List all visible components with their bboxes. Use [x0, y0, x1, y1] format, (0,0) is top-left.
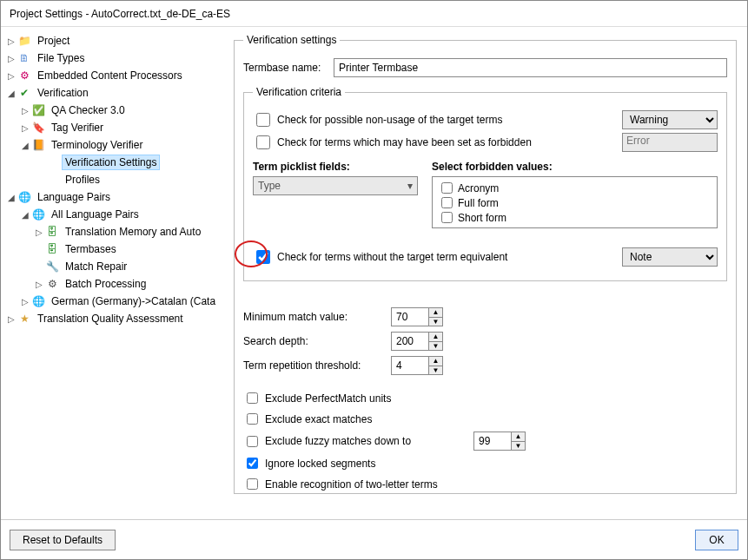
globe-icon: 🌐	[31, 208, 45, 221]
checkbox[interactable]	[441, 182, 453, 194]
two-letter-row: Enable recognition of two-letter terms	[243, 476, 727, 492]
arrow-up-icon[interactable]: ▲	[428, 333, 442, 342]
two-letter-checkbox[interactable]	[247, 478, 258, 490]
exclude-perfect-row: Exclude PerfectMatch units	[243, 390, 727, 406]
tree-item-match-repair[interactable]: 🔧 Match Repair	[6, 258, 228, 275]
check-forbidden-checkbox[interactable]	[256, 135, 270, 149]
spinner-arrows[interactable]: ▲▼	[428, 308, 442, 326]
search-depth-spinner[interactable]: 200 ▲▼	[391, 332, 443, 351]
tree-item-profiles[interactable]: Profiles	[6, 171, 228, 188]
collapse-icon[interactable]: ◢	[6, 89, 17, 98]
expand-icon[interactable]: ▷	[34, 280, 44, 289]
check-nonusage-checkbox[interactable]	[256, 113, 270, 127]
arrow-down-icon[interactable]: ▼	[428, 366, 442, 375]
exclude-fuzzy-checkbox[interactable]	[247, 436, 258, 447]
tree-item-tqa[interactable]: ▷ ★ Translation Quality Assessment	[6, 310, 228, 327]
settings-panel: Verification settings Termbase name: Ver…	[228, 27, 747, 519]
arrow-up-icon[interactable]: ▲	[428, 308, 442, 318]
tree-item-termbases[interactable]: 🗄 Termbases	[6, 240, 228, 258]
spinner-value: 200	[396, 335, 414, 347]
severity-no-target-select[interactable]: Note	[622, 247, 718, 267]
tree-item-tag-verifier[interactable]: ▷ 🔖 Tag Verifier	[6, 119, 228, 136]
tree-item-project[interactable]: ▷ 📁 Project	[6, 32, 228, 49]
rep-threshold-spinner[interactable]: 4 ▲▼	[391, 356, 443, 375]
database-icon: 🗄	[45, 242, 59, 256]
check-nonusage-label: Check for possible non-usage of the targ…	[277, 114, 622, 126]
tree-label: Tag Verifier	[48, 120, 107, 135]
tree-label: Embedded Content Processors	[34, 68, 186, 83]
check-no-target-checkbox[interactable]	[256, 250, 270, 264]
tree-item-terminology-verifier[interactable]: ◢ 📙 Terminology Verifier	[6, 136, 228, 154]
severity-nonusage-select[interactable]: Warning	[622, 110, 718, 129]
expand-icon[interactable]: ▷	[6, 54, 17, 63]
expand-icon	[34, 158, 44, 168]
expand-icon[interactable]: ▷	[20, 123, 30, 133]
blank-icon	[45, 173, 59, 187]
verification-criteria-group: Verification criteria Check for possible…	[243, 86, 727, 281]
tree-item-tm[interactable]: ▷ 🗄 Translation Memory and Auto	[6, 223, 228, 240]
book-icon: 📙	[31, 138, 45, 152]
collapse-icon[interactable]: ◢	[20, 210, 30, 220]
termbase-name-label: Termbase name:	[243, 62, 334, 74]
collapse-icon[interactable]: ◢	[6, 193, 17, 202]
exclude-perfect-checkbox[interactable]	[247, 392, 258, 404]
arrow-up-icon[interactable]: ▲	[428, 357, 442, 366]
tree-item-language-pairs[interactable]: ◢ 🌐 Language Pairs	[6, 188, 228, 206]
termbase-name-input[interactable]	[334, 58, 727, 77]
spinner-arrows[interactable]: ▲▼	[511, 432, 525, 450]
tree-item-qa-checker[interactable]: ▷ ✅ QA Checker 3.0	[6, 102, 228, 119]
forbidden-value-option[interactable]: Acronym	[438, 181, 712, 195]
ignore-locked-row: Ignore locked segments	[243, 455, 727, 471]
forbidden-values-listbox[interactable]: Acronym Full form Short form	[432, 176, 718, 228]
option-label: Short form	[458, 212, 506, 224]
ignore-locked-checkbox[interactable]	[247, 458, 258, 469]
file-icon: 🗎	[17, 51, 31, 65]
checkbox-label: Exclude PerfectMatch units	[265, 392, 391, 405]
collapse-icon[interactable]: ◢	[20, 141, 30, 150]
picklist-type-select[interactable]: Type ▾	[253, 176, 418, 195]
reset-defaults-button[interactable]: Reset to Defaults	[10, 530, 116, 550]
arrow-down-icon[interactable]: ▼	[428, 318, 442, 326]
checkbox[interactable]	[441, 197, 453, 208]
expand-icon[interactable]: ▷	[6, 314, 17, 324]
tree-item-all-language-pairs[interactable]: ◢ 🌐 All Language Pairs	[6, 206, 228, 223]
arrow-down-icon[interactable]: ▼	[511, 442, 525, 451]
expand-icon[interactable]: ▷	[6, 36, 17, 46]
arrow-down-icon[interactable]: ▼	[428, 342, 442, 351]
search-depth-row: Search depth: 200 ▲▼	[243, 332, 727, 351]
rep-threshold-label: Term repetition threshold:	[243, 359, 391, 372]
tree-item-embedded[interactable]: ▷ ⚙ Embedded Content Processors	[6, 67, 228, 84]
tree-label: Terminology Verifier	[48, 137, 146, 153]
tree-item-file-types[interactable]: ▷ 🗎 File Types	[6, 49, 228, 67]
footer: Reset to Defaults OK	[1, 519, 747, 559]
tree-label: Match Repair	[62, 259, 130, 274]
checkbox[interactable]	[441, 212, 453, 223]
spinner-arrows[interactable]: ▲▼	[428, 333, 442, 350]
tree-item-german[interactable]: ▷ 🌐 German (Germany)->Catalan (Cata	[6, 293, 228, 310]
tree-item-verification-settings[interactable]: Verification Settings	[6, 154, 228, 171]
navigation-tree: ▷ 📁 Project ▷ 🗎 File Types ▷ ⚙ Embedded …	[1, 27, 228, 519]
exclude-exact-checkbox[interactable]	[247, 413, 258, 425]
expand-icon[interactable]: ▷	[20, 297, 30, 306]
chevron-down-icon: ▾	[407, 180, 413, 192]
arrow-up-icon[interactable]: ▲	[511, 432, 525, 442]
tree-label: QA Checker 3.0	[48, 102, 129, 118]
exclude-fuzzy-spinner[interactable]: 99 ▲▼	[473, 432, 526, 451]
rep-threshold-row: Term repetition threshold: 4 ▲▼	[243, 356, 727, 375]
spinner-value: 70	[396, 311, 407, 323]
forbidden-values-header: Select forbidden values:	[432, 161, 718, 173]
spinner-arrows[interactable]: ▲▼	[428, 357, 442, 374]
expand-icon[interactable]: ▷	[34, 227, 44, 237]
min-match-row: Minimum match value: 70 ▲▼	[243, 307, 727, 326]
min-match-spinner[interactable]: 70 ▲▼	[391, 307, 443, 326]
tree-item-verification[interactable]: ◢ ✔ Verification	[6, 84, 228, 102]
forbidden-value-option[interactable]: Short form	[438, 210, 712, 225]
tree-label: All Language Pairs	[48, 207, 142, 222]
tree-item-batch[interactable]: ▷ ⚙ Batch Processing	[6, 275, 228, 293]
check-no-target-row: Check for terms without the target term …	[253, 247, 718, 267]
expand-icon[interactable]: ▷	[20, 106, 30, 115]
ok-button[interactable]: OK	[695, 530, 738, 550]
forbidden-value-option[interactable]: Full form	[438, 195, 712, 210]
expand-icon[interactable]: ▷	[6, 71, 17, 81]
flag-icon: 🌐	[31, 294, 45, 308]
